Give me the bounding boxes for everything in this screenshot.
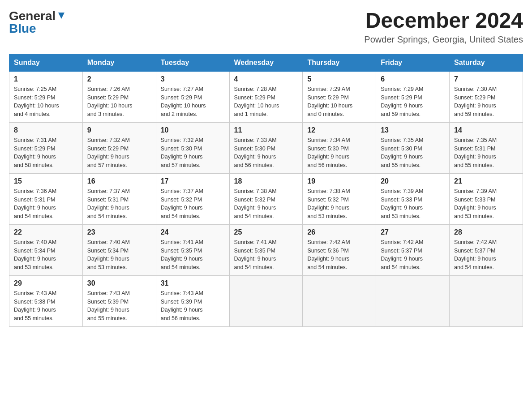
daylight-label: Daylight: 9 hoursand 59 minutes. bbox=[454, 103, 496, 117]
calendar-cell bbox=[229, 275, 303, 326]
location-text: Powder Springs, Georgia, United States bbox=[364, 34, 523, 45]
day-number: 11 bbox=[234, 126, 298, 134]
daylight-label: Daylight: 9 hoursand 55 minutes. bbox=[454, 154, 496, 168]
calendar-cell: 16 Sunrise: 7:37 AM Sunset: 5:31 PM Dayl… bbox=[82, 173, 156, 224]
sunrise-label: Sunrise: 7:40 AM bbox=[87, 239, 130, 245]
sunrise-label: Sunrise: 7:29 AM bbox=[381, 86, 423, 92]
sunset-label: Sunset: 5:29 PM bbox=[234, 94, 275, 101]
calendar-cell: 4 Sunrise: 7:28 AM Sunset: 5:29 PM Dayli… bbox=[229, 71, 303, 122]
daylight-label: Daylight: 9 hoursand 54 minutes. bbox=[381, 256, 423, 270]
sunset-label: Sunset: 5:39 PM bbox=[87, 299, 129, 305]
calendar-week-2: 8 Sunrise: 7:31 AM Sunset: 5:29 PM Dayli… bbox=[9, 122, 523, 173]
calendar-cell bbox=[303, 275, 376, 326]
day-info: Sunrise: 7:29 AM Sunset: 5:29 PM Dayligh… bbox=[307, 85, 371, 119]
sunset-label: Sunset: 5:29 PM bbox=[87, 146, 129, 152]
day-number: 5 bbox=[307, 75, 371, 83]
page-header: General Blue December 2024 Powder Spring… bbox=[9, 9, 523, 45]
calendar-cell: 17 Sunrise: 7:37 AM Sunset: 5:32 PM Dayl… bbox=[156, 173, 229, 224]
daylight-label: Daylight: 10 hoursand 2 minutes. bbox=[161, 103, 206, 117]
sunset-label: Sunset: 5:34 PM bbox=[14, 248, 55, 254]
sunset-label: Sunset: 5:37 PM bbox=[381, 248, 422, 254]
daylight-label: Daylight: 9 hoursand 59 minutes. bbox=[381, 103, 423, 117]
calendar-week-4: 22 Sunrise: 7:40 AM Sunset: 5:34 PM Dayl… bbox=[9, 224, 523, 275]
calendar-cell: 3 Sunrise: 7:27 AM Sunset: 5:29 PM Dayli… bbox=[156, 71, 229, 122]
calendar-cell: 24 Sunrise: 7:41 AM Sunset: 5:35 PM Dayl… bbox=[156, 224, 229, 275]
day-number: 25 bbox=[234, 228, 298, 236]
day-number: 2 bbox=[87, 75, 151, 83]
day-info: Sunrise: 7:30 AM Sunset: 5:29 PM Dayligh… bbox=[454, 85, 518, 119]
sunrise-label: Sunrise: 7:29 AM bbox=[307, 86, 350, 92]
sunrise-label: Sunrise: 7:37 AM bbox=[161, 188, 203, 194]
header-wednesday: Wednesday bbox=[229, 54, 303, 71]
sunrise-label: Sunrise: 7:25 AM bbox=[14, 86, 56, 92]
calendar-cell: 31 Sunrise: 7:43 AM Sunset: 5:39 PM Dayl… bbox=[156, 275, 229, 326]
day-info: Sunrise: 7:42 AM Sunset: 5:37 PM Dayligh… bbox=[454, 238, 518, 272]
sunset-label: Sunset: 5:32 PM bbox=[307, 197, 348, 203]
calendar-cell: 19 Sunrise: 7:38 AM Sunset: 5:32 PM Dayl… bbox=[303, 173, 376, 224]
day-info: Sunrise: 7:38 AM Sunset: 5:32 PM Dayligh… bbox=[234, 187, 298, 221]
sunrise-label: Sunrise: 7:38 AM bbox=[234, 188, 277, 194]
calendar-cell: 28 Sunrise: 7:42 AM Sunset: 5:37 PM Dayl… bbox=[450, 224, 523, 275]
day-number: 14 bbox=[454, 126, 518, 134]
calendar-cell: 9 Sunrise: 7:32 AM Sunset: 5:29 PM Dayli… bbox=[82, 122, 156, 173]
day-number: 3 bbox=[161, 75, 225, 83]
daylight-label: Daylight: 9 hoursand 54 minutes. bbox=[454, 256, 496, 270]
calendar-cell: 15 Sunrise: 7:36 AM Sunset: 5:31 PM Dayl… bbox=[9, 173, 83, 224]
calendar-cell: 25 Sunrise: 7:41 AM Sunset: 5:35 PM Dayl… bbox=[229, 224, 303, 275]
daylight-label: Daylight: 9 hoursand 56 minutes. bbox=[161, 307, 203, 321]
daylight-label: Daylight: 9 hoursand 55 minutes. bbox=[87, 307, 129, 321]
day-number: 17 bbox=[161, 177, 225, 185]
sunset-label: Sunset: 5:31 PM bbox=[454, 146, 495, 152]
daylight-label: Daylight: 9 hoursand 56 minutes. bbox=[307, 154, 349, 168]
day-number: 28 bbox=[454, 228, 518, 236]
day-number: 22 bbox=[14, 228, 78, 236]
sunrise-label: Sunrise: 7:35 AM bbox=[454, 137, 497, 143]
day-number: 1 bbox=[14, 75, 78, 83]
daylight-label: Daylight: 9 hoursand 54 minutes. bbox=[161, 205, 203, 219]
sunrise-label: Sunrise: 7:43 AM bbox=[87, 290, 130, 296]
sunrise-label: Sunrise: 7:40 AM bbox=[14, 239, 56, 245]
day-info: Sunrise: 7:41 AM Sunset: 5:35 PM Dayligh… bbox=[161, 238, 225, 272]
day-info: Sunrise: 7:35 AM Sunset: 5:30 PM Dayligh… bbox=[381, 136, 445, 170]
day-info: Sunrise: 7:37 AM Sunset: 5:32 PM Dayligh… bbox=[161, 187, 225, 221]
daylight-label: Daylight: 9 hoursand 55 minutes. bbox=[381, 154, 423, 168]
sunrise-label: Sunrise: 7:26 AM bbox=[87, 86, 130, 92]
sunrise-label: Sunrise: 7:36 AM bbox=[14, 188, 56, 194]
sunrise-label: Sunrise: 7:30 AM bbox=[454, 86, 497, 92]
title-section: December 2024 Powder Springs, Georgia, U… bbox=[364, 9, 523, 45]
sunrise-label: Sunrise: 7:43 AM bbox=[14, 290, 56, 296]
sunset-label: Sunset: 5:29 PM bbox=[14, 146, 55, 152]
day-info: Sunrise: 7:31 AM Sunset: 5:29 PM Dayligh… bbox=[14, 136, 78, 170]
sunrise-label: Sunrise: 7:42 AM bbox=[454, 239, 497, 245]
calendar-cell: 5 Sunrise: 7:29 AM Sunset: 5:29 PM Dayli… bbox=[303, 71, 376, 122]
day-number: 9 bbox=[87, 126, 151, 134]
day-number: 19 bbox=[307, 177, 371, 185]
daylight-label: Daylight: 9 hoursand 54 minutes. bbox=[87, 205, 129, 219]
day-info: Sunrise: 7:42 AM Sunset: 5:37 PM Dayligh… bbox=[381, 238, 445, 272]
daylight-label: Daylight: 9 hoursand 54 minutes. bbox=[234, 205, 276, 219]
header-saturday: Saturday bbox=[450, 54, 523, 71]
day-info: Sunrise: 7:28 AM Sunset: 5:29 PM Dayligh… bbox=[234, 85, 298, 119]
calendar-cell: 6 Sunrise: 7:29 AM Sunset: 5:29 PM Dayli… bbox=[376, 71, 450, 122]
day-info: Sunrise: 7:38 AM Sunset: 5:32 PM Dayligh… bbox=[307, 187, 371, 221]
calendar-cell: 2 Sunrise: 7:26 AM Sunset: 5:29 PM Dayli… bbox=[82, 71, 156, 122]
calendar-cell: 26 Sunrise: 7:42 AM Sunset: 5:36 PM Dayl… bbox=[303, 224, 376, 275]
day-number: 13 bbox=[381, 126, 445, 134]
calendar-cell: 18 Sunrise: 7:38 AM Sunset: 5:32 PM Dayl… bbox=[229, 173, 303, 224]
day-info: Sunrise: 7:39 AM Sunset: 5:33 PM Dayligh… bbox=[381, 187, 445, 221]
day-info: Sunrise: 7:42 AM Sunset: 5:36 PM Dayligh… bbox=[307, 238, 371, 272]
sunrise-label: Sunrise: 7:39 AM bbox=[454, 188, 497, 194]
daylight-label: Daylight: 9 hoursand 54 minutes. bbox=[14, 205, 56, 219]
daylight-label: Daylight: 9 hoursand 53 minutes. bbox=[87, 256, 129, 270]
day-number: 7 bbox=[454, 75, 518, 83]
sunset-label: Sunset: 5:29 PM bbox=[87, 94, 129, 101]
day-number: 10 bbox=[161, 126, 225, 134]
daylight-label: Daylight: 9 hoursand 57 minutes. bbox=[87, 154, 129, 168]
sunset-label: Sunset: 5:36 PM bbox=[307, 248, 348, 254]
day-number: 8 bbox=[14, 126, 78, 134]
daylight-label: Daylight: 9 hoursand 53 minutes. bbox=[381, 205, 423, 219]
sunrise-label: Sunrise: 7:27 AM bbox=[161, 86, 203, 92]
sunset-label: Sunset: 5:30 PM bbox=[381, 146, 422, 152]
sunset-label: Sunset: 5:29 PM bbox=[307, 94, 348, 101]
sunrise-label: Sunrise: 7:37 AM bbox=[87, 188, 130, 194]
